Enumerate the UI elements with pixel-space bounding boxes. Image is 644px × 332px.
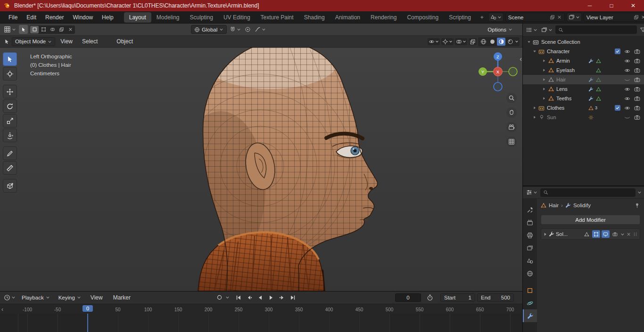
object-visibility-dropdown[interactable] — [428, 38, 440, 45]
timeline-menu-view[interactable]: View — [86, 292, 107, 304]
workspace-tab-animation[interactable]: Animation — [330, 11, 365, 24]
toggle-render[interactable] — [611, 230, 619, 238]
workspace-tab-uv-editing[interactable]: UV Editing — [218, 11, 256, 24]
viewport-menu-add[interactable] — [103, 36, 111, 47]
workspace-tab-texture-paint[interactable]: Texture Paint — [256, 11, 299, 24]
modifier-wrench-icon[interactable] — [588, 77, 594, 82]
tool-select-box[interactable] — [3, 52, 17, 66]
close-button[interactable]: ✕ — [622, 0, 644, 11]
render-camera-icon[interactable] — [632, 105, 642, 111]
sun-data-icon[interactable] — [588, 115, 594, 120]
transform-orientation-dropdown[interactable]: Global — [191, 25, 227, 34]
row-label[interactable]: Hair — [556, 77, 566, 82]
timeline-ruler[interactable]: ‹ -100 -50 50 100 150 200 250 300 350 40… — [0, 304, 522, 314]
workspace-tab-shading[interactable]: Shading — [299, 11, 330, 24]
new-view-layer-icon[interactable] — [634, 15, 639, 20]
timeline-collapse-arrow[interactable]: ‹ — [1, 306, 3, 313]
row-label[interactable]: Lens — [556, 86, 568, 92]
overlays-dropdown[interactable] — [455, 38, 467, 45]
browse-scene-button[interactable] — [488, 13, 504, 22]
breadcrumb-object[interactable]: Hair — [549, 202, 559, 208]
menu-help[interactable]: Help — [98, 11, 118, 23]
new-scene-icon[interactable] — [550, 15, 555, 20]
play-reverse-button[interactable] — [256, 293, 265, 302]
tool-transform[interactable] — [3, 129, 17, 142]
auto-keying-button[interactable] — [215, 293, 224, 302]
tool-scale[interactable] — [3, 114, 17, 128]
prev-keyframe-button[interactable] — [245, 293, 254, 302]
disclosure-icon[interactable] — [541, 87, 547, 91]
render-camera-icon[interactable] — [632, 58, 642, 64]
keying-dropdown[interactable]: Keying — [55, 293, 84, 302]
tool-measure[interactable] — [3, 161, 17, 175]
mode-dropdown[interactable]: Object Mode — [12, 37, 55, 46]
select-mode-new[interactable] — [30, 26, 39, 33]
outliner-search-input[interactable] — [565, 26, 634, 33]
snap-toggle[interactable] — [229, 26, 242, 32]
proportional-falloff-dropdown[interactable] — [254, 26, 267, 32]
next-keyframe-button[interactable] — [277, 293, 287, 302]
render-camera-icon[interactable] — [632, 86, 642, 92]
playhead-marker[interactable]: 0 — [83, 305, 93, 312]
modifier-panel-header[interactable]: Sol... — [541, 228, 640, 240]
sidebar-expand-arrow[interactable]: ‹ — [520, 55, 522, 63]
minimize-button[interactable]: ─ — [579, 0, 601, 11]
viewport-menu-select[interactable]: Select — [78, 36, 102, 47]
menu-file[interactable]: File — [4, 11, 22, 23]
properties-search[interactable] — [540, 188, 636, 197]
toggle-edit-mode[interactable] — [592, 230, 600, 238]
disclosure-icon[interactable] — [531, 49, 537, 53]
tab-render[interactable] — [523, 216, 537, 229]
workspace-tab-scripting[interactable]: Scripting — [444, 11, 476, 24]
outliner-search[interactable] — [555, 25, 637, 34]
workspace-tab-layout[interactable]: Layout — [124, 12, 151, 23]
disclosure-icon[interactable] — [541, 78, 547, 81]
unlink-scene-icon[interactable] — [557, 15, 562, 20]
hide-eye-icon[interactable] — [622, 105, 632, 111]
shading-wireframe-button[interactable] — [479, 38, 487, 46]
maximize-button[interactable]: □ — [601, 0, 622, 11]
pin-icon[interactable] — [634, 202, 640, 209]
viewport-menu-view[interactable]: View — [56, 36, 77, 47]
active-tool-button[interactable] — [19, 25, 28, 34]
camera-view-control[interactable] — [506, 122, 517, 132]
xray-toggle[interactable] — [469, 38, 477, 45]
outliner-display-mode-button[interactable] — [540, 27, 553, 33]
jump-to-start-button[interactable] — [234, 293, 243, 302]
perspective-toggle-control[interactable] — [506, 137, 517, 147]
hide-eye-icon[interactable] — [622, 96, 632, 102]
tab-view-layer[interactable] — [523, 242, 537, 254]
modifier-wrench-icon[interactable] — [588, 58, 594, 64]
row-label[interactable]: Clothes — [547, 105, 564, 111]
select-mode-subtract[interactable] — [48, 26, 57, 33]
use-preview-range-button[interactable] — [427, 293, 433, 302]
outliner-row-scene-collection[interactable]: Scene Collection — [523, 37, 644, 47]
hide-eye-icon[interactable] — [622, 49, 632, 55]
drag-handle-icon[interactable] — [633, 232, 638, 237]
tool-cursor[interactable] — [3, 67, 17, 81]
row-label[interactable]: Armin — [556, 58, 570, 64]
render-camera-icon[interactable] — [632, 114, 642, 121]
viewport-menu-object[interactable]: Object — [112, 36, 137, 47]
modifier-wrench-icon[interactable] — [588, 96, 594, 101]
disclosure-icon[interactable] — [541, 97, 547, 100]
proportional-edit-toggle[interactable] — [244, 26, 252, 32]
shading-solid-button[interactable] — [488, 38, 496, 46]
remove-view-layer-icon[interactable] — [641, 15, 644, 20]
row-label[interactable]: Sun — [547, 114, 556, 120]
frame-start-field[interactable]: Start 1 — [440, 293, 475, 302]
outliner-row-lens[interactable]: Lens — [523, 84, 644, 94]
timeline-menu-marker[interactable]: Marker — [109, 292, 135, 304]
properties-search-input[interactable] — [550, 189, 633, 196]
outliner-row-teeths[interactable]: Teeths — [523, 94, 644, 103]
workspace-tab-modeling[interactable]: Modeling — [151, 11, 185, 24]
add-modifier-button[interactable]: Add Modifier — [541, 215, 640, 225]
hide-eye-closed-icon[interactable] — [622, 114, 632, 121]
pan-control[interactable] — [506, 107, 517, 118]
row-label[interactable]: Eyelash — [556, 67, 575, 73]
workspace-tab-sculpting[interactable]: Sculpting — [185, 11, 218, 24]
tab-modifiers[interactable] — [523, 309, 537, 322]
breadcrumb-modifier[interactable]: Solidify — [573, 202, 591, 208]
collection-checkbox[interactable] — [615, 105, 620, 111]
render-camera-icon[interactable] — [632, 49, 642, 55]
